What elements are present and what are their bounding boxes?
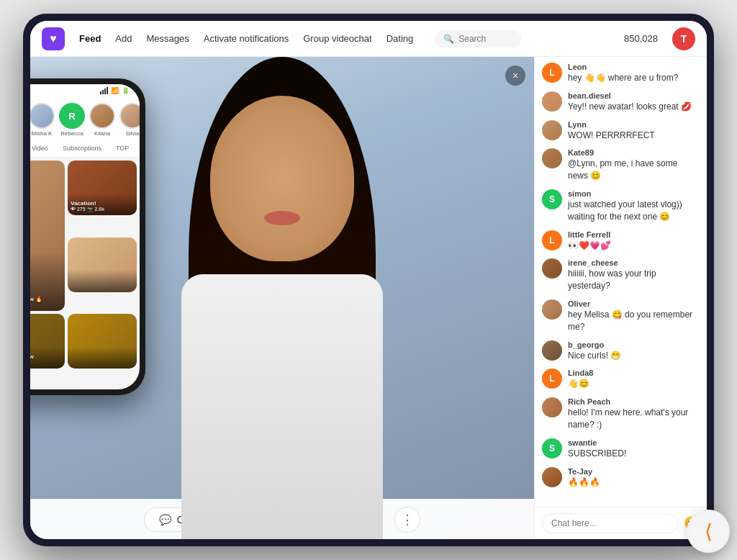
person-lips [264, 211, 300, 225]
chat-text-kate: Kate89 @Lynn, pm me, i have some news 😊 [568, 148, 700, 182]
tablet-inner: ♥ Feed Add Messages Activate notificatio… [30, 21, 707, 539]
chat-content-irene: hiiiiii, how was your trip yesterday? [568, 268, 700, 292]
story-avatar-rebecca: R [59, 103, 85, 129]
story-name-kilana: Kilana [94, 130, 110, 137]
chat-text-tejay: Te-Jay 🔥🔥🔥 [568, 467, 700, 489]
nav-add[interactable]: Add [115, 33, 132, 44]
phone-tabs: Live Video Subscriptions TOP ⋮ [30, 140, 140, 158]
story-rebecca[interactable]: R Rebecca [59, 103, 85, 137]
phone-frame: 9:41 📶 🔋 [30, 78, 145, 395]
user-count: 850,028 [624, 33, 658, 44]
grid-item-reality-show-2[interactable]: Reality show 👁 98 🔥 9 [30, 314, 65, 369]
grid-item-3[interactable] [68, 238, 137, 292]
chat-content-bean: Yey!! new avatar! looks great 💋 [568, 101, 700, 113]
story-name-silvia: Silvia [125, 130, 139, 137]
tabs-more-icon[interactable]: ⋮ [137, 143, 140, 154]
nav-dating[interactable]: Dating [386, 33, 414, 44]
phone-stories: Kacy Misha K R Rebecca Kilana [30, 97, 140, 140]
chat-avatar-leon: L [542, 63, 562, 83]
chat-username-linda: Linda8 [568, 369, 700, 377]
story-name-mishak: Misha K [32, 130, 53, 137]
chat-content-ferrell: 👀❤️💗💕 [568, 240, 700, 252]
more-button[interactable]: ⋮ [394, 507, 420, 533]
chat-input[interactable] [542, 513, 678, 533]
nav-feed[interactable]: Feed [79, 33, 101, 44]
chat-avatar-kate [542, 148, 562, 168]
chat-text-bean: bean.diesel Yey!! new avatar! looks grea… [568, 91, 700, 113]
chat-text-bgeorgo: b_georgo Nice curls! 😁 [568, 340, 700, 362]
grid-item-reality-show-1[interactable]: Reality show 🔥 👁 148 🔥 21 [30, 161, 65, 311]
tab-subscriptions[interactable]: Subscriptions [57, 143, 107, 154]
chat-messages: L Leon hey 👋👋 where are u from? bean.die… [535, 57, 707, 507]
app-logo[interactable]: ♥ [42, 27, 65, 50]
signal-icon [100, 87, 108, 94]
nav-group-videochat[interactable]: Group videochat [303, 33, 371, 44]
grid-item-vacation[interactable]: Vacation! 👁 275 📷 2.6k [68, 161, 137, 215]
chat-username-bean: bean.diesel [568, 91, 700, 100]
more-icon: ⋮ [401, 512, 414, 528]
chat-msg-oliver: Oliver hey Melisa 😋 do you remember me? [542, 299, 700, 333]
chat-panel: L Leon hey 👋👋 where are u from? bean.die… [534, 57, 707, 539]
story-name-rebecca: Rebecca [60, 130, 83, 137]
chat-avatar-irene [542, 258, 562, 279]
brand-icon: ⟨ [705, 520, 713, 543]
chat-avatar-lynn [542, 120, 562, 140]
chat-avatar-oliver [542, 299, 562, 320]
tablet-frame: ♥ Feed Add Messages Activate notificatio… [23, 14, 714, 546]
chat-text-ferrell: little Ferrell 👀❤️💗💕 [568, 230, 700, 252]
chat-content-kate: @Lynn, pm me, i have some news 😊 [568, 158, 700, 182]
phone-inner: 9:41 📶 🔋 [30, 84, 140, 389]
chat-content-simon: just watched your latest vlog)) waiting … [568, 199, 700, 223]
chat-username-leon: Leon [568, 63, 700, 71]
battery-icon: 🔋 [122, 87, 130, 94]
chat-content-oliver: hey Melisa 😋 do you remember me? [568, 309, 700, 333]
chat-content-tejay: 🔥🔥🔥 [568, 477, 700, 489]
chat-text-leon: Leon hey 👋👋 where are u from? [568, 63, 700, 84]
chat-msg-linda: L Linda8 👋😊 [542, 369, 700, 390]
chat-avatar-bgeorgo [542, 340, 562, 361]
search-bar[interactable]: 🔍 [435, 30, 521, 48]
chat-avatar-linda: L [542, 369, 562, 389]
chat-text-simon: simon just watched your latest vlog)) wa… [568, 189, 700, 223]
chat-msg-richpeach: Rich Peach hello! I'm new here. what's y… [542, 397, 700, 431]
person-body [181, 274, 383, 540]
chat-username-lynn: Lynn [568, 120, 700, 129]
chat-avatar-swantie: S [542, 438, 562, 459]
chat-content-richpeach: hello! I'm new here. what's your name? :… [568, 407, 700, 431]
nav-messages[interactable]: Messages [146, 33, 189, 44]
chat-text-linda: Linda8 👋😊 [568, 369, 700, 390]
chat-content-lynn: WOW! PERRRRFECT [568, 130, 700, 142]
chat-username-simon: simon [568, 189, 700, 198]
user-avatar[interactable]: T [672, 27, 695, 50]
close-icon: × [512, 70, 518, 81]
chat-content-leon: hey 👋👋 where are u from? [568, 72, 700, 84]
tab-video[interactable]: Video [30, 143, 54, 154]
chat-avatar-richpeach [542, 397, 562, 417]
story-avatar-kilana [89, 103, 115, 129]
phone-status-bar: 9:41 📶 🔋 [30, 84, 140, 97]
chat-username-oliver: Oliver [568, 299, 700, 308]
story-avatar-mishak [30, 103, 55, 129]
story-mishak[interactable]: Misha K [30, 103, 55, 137]
nav-activate-notifications[interactable]: Activate notifications [204, 33, 289, 44]
story-silvia[interactable]: Silvia [119, 103, 140, 137]
story-avatar-silvia [119, 103, 140, 129]
close-button[interactable]: × [505, 66, 525, 86]
chat-msg-tejay: Te-Jay 🔥🔥🔥 [542, 467, 700, 489]
chat-icon: 💬 [159, 514, 171, 525]
grid-label-reality2: Reality show 👁 98 🔥 9 [30, 353, 62, 366]
chat-username-ferrell: little Ferrell [568, 230, 700, 239]
chat-msg-ferrell: L little Ferrell 👀❤️💗💕 [542, 230, 700, 252]
chat-msg-swantie: S swantie SUBSCRIBED! [542, 438, 700, 460]
chat-avatar-ferrell: L [542, 230, 562, 250]
chat-msg-bgeorgo: b_georgo Nice curls! 😁 [542, 340, 700, 362]
grid-item-5[interactable] [68, 314, 137, 369]
chat-msg-bean: bean.diesel Yey!! new avatar! looks grea… [542, 91, 700, 113]
story-kilana[interactable]: Kilana [89, 103, 115, 137]
chat-username-kate: Kate89 [568, 148, 700, 157]
search-input[interactable] [458, 34, 509, 44]
chat-text-swantie: swantie SUBSCRIBED! [568, 438, 700, 460]
chat-username-irene: irene_cheese [568, 258, 700, 267]
chat-input-area: 😊 [535, 507, 707, 539]
tab-top[interactable]: TOP [110, 143, 135, 154]
